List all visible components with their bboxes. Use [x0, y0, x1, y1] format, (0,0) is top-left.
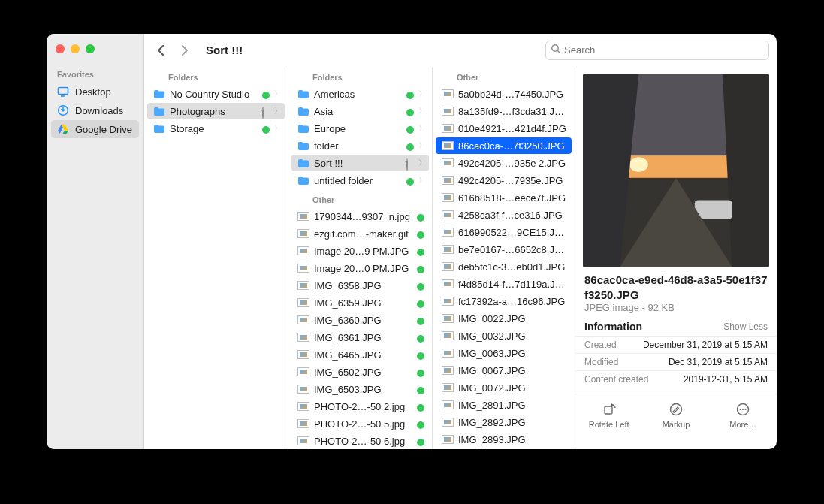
file-row[interactable]: IMG_6359.JPG: [291, 294, 429, 311]
svg-marker-4: [63, 131, 69, 134]
image-file-icon: [297, 435, 309, 447]
file-row[interactable]: PHOTO-2…-50 2.jpg: [291, 398, 429, 415]
file-row[interactable]: 010e4921-…421d4f.JPG: [436, 120, 572, 137]
image-file-icon: [442, 382, 454, 394]
file-row[interactable]: 4258ca3f-f…ce316.JPG: [436, 207, 572, 223]
file-row[interactable]: f4d85d14-f…7d119a.JPG: [436, 276, 572, 292]
action-more[interactable]: More…: [710, 394, 777, 436]
column-group-header: Other: [288, 189, 432, 207]
info-heading: Information: [584, 321, 642, 333]
preview-filename: 86cac0ca-e9ed-46d8-a3a5-50e1f37f3250.JPG: [575, 273, 777, 302]
file-row[interactable]: 616990522…9CE15.JPG: [436, 224, 572, 240]
search-field[interactable]: [545, 41, 769, 60]
svg-point-21: [742, 409, 744, 410]
file-row[interactable]: 86cac0ca-…7f3250.JPG: [436, 137, 572, 154]
file-row[interactable]: IMG_6358.JPG: [291, 277, 429, 294]
column-0[interactable]: FoldersNo Country Studio〉Photographs〉Sto…: [144, 67, 288, 449]
sidebar-item-downloads[interactable]: Downloads: [51, 101, 139, 119]
sidebar-item-google-drive[interactable]: Google Drive: [51, 120, 139, 138]
row-label: IMG_2891.JPG: [458, 400, 567, 411]
sidebar-item-desktop[interactable]: Desktop: [51, 83, 139, 101]
file-row[interactable]: IMG_6360.JPG: [291, 312, 429, 328]
image-file-icon: [442, 157, 454, 169]
file-row[interactable]: IMG_0072.JPG: [436, 379, 572, 396]
file-row[interactable]: 492c4205-…7935e.JPG: [436, 172, 572, 189]
back-button[interactable]: [152, 41, 170, 59]
file-row[interactable]: IMG_6502.JPG: [291, 364, 429, 380]
row-label: IMG_2893.JPG: [458, 434, 567, 445]
file-row[interactable]: 5a0bb24d-…74450.JPG: [436, 86, 572, 102]
sync-status-icon: [417, 230, 424, 237]
zoom-window-button[interactable]: [86, 44, 95, 53]
image-file-icon: [442, 433, 454, 445]
folder-row[interactable]: Storage〉: [147, 120, 285, 137]
folder-row[interactable]: Asia〉: [291, 103, 429, 119]
row-label: be7e0167-…6652c8.JPG: [458, 244, 567, 255]
file-row[interactable]: PHOTO-2…-50 5.jpg: [291, 415, 429, 432]
file-row[interactable]: be7e0167-…6652c8.JPG: [436, 241, 572, 258]
column-browser: FoldersNo Country Studio〉Photographs〉Sto…: [144, 67, 777, 449]
action-markup[interactable]: Markup: [642, 394, 709, 436]
image-file-icon: [442, 295, 454, 307]
action-rotate[interactable]: Rotate Left: [575, 394, 642, 436]
file-row[interactable]: IMG_2892.JPG: [436, 414, 572, 430]
window-controls: [47, 40, 143, 67]
folder-row[interactable]: untitled folder〉: [291, 172, 429, 189]
folder-row[interactable]: folder〉: [291, 137, 429, 154]
file-row[interactable]: ezgif.com…-maker.gif: [291, 225, 429, 242]
chevron-right-icon: 〉: [418, 89, 424, 99]
folder-row[interactable]: Americas〉: [291, 86, 429, 102]
sync-status-icon: [417, 299, 424, 306]
image-file-icon: [297, 297, 309, 309]
svg-point-18: [670, 404, 681, 415]
image-file-icon: [442, 122, 454, 134]
file-row[interactable]: IMG_0067.JPG: [436, 362, 572, 379]
file-row[interactable]: IMG_2891.JPG: [436, 397, 572, 413]
sync-status-icon: [417, 437, 424, 445]
file-row[interactable]: PHOTO-2…-50 6.jpg: [291, 433, 429, 449]
folder-row[interactable]: Sort !!!〉: [291, 155, 429, 171]
file-row[interactable]: IMG_2895.JPG: [436, 448, 572, 449]
more-icon: [735, 402, 750, 417]
file-row[interactable]: Image 20…9 PM.JPG: [291, 243, 429, 259]
forward-button[interactable]: [176, 41, 194, 59]
file-row[interactable]: IMG_0032.JPG: [436, 327, 572, 344]
file-row[interactable]: IMG_2893.JPG: [436, 431, 572, 448]
file-row[interactable]: IMG_6361.JPG: [291, 329, 429, 346]
file-row[interactable]: fc17392a-a…16c96.JPG: [436, 293, 572, 309]
folder-row[interactable]: No Country Studio〉: [147, 86, 285, 102]
column-group-header: Other: [433, 67, 575, 85]
row-label: Sort !!!: [314, 158, 402, 169]
file-row[interactable]: 1790344…9307_n.jpg: [291, 208, 429, 225]
file-row[interactable]: deb5fc1c-3…eb0d1.JPG: [436, 258, 572, 275]
sync-status-icon: [417, 420, 424, 427]
minimize-window-button[interactable]: [71, 44, 80, 53]
file-row[interactable]: IMG_0022.JPG: [436, 310, 572, 327]
file-row[interactable]: IMG_0063.JPG: [436, 345, 572, 361]
close-window-button[interactable]: [56, 44, 65, 53]
file-row[interactable]: IMG_6503.JPG: [291, 381, 429, 397]
column-1[interactable]: FoldersAmericas〉Asia〉Europe〉folder〉Sort …: [288, 67, 433, 449]
folder-row[interactable]: Photographs〉: [147, 103, 285, 119]
folder-row[interactable]: Europe〉: [291, 120, 429, 137]
search-input[interactable]: [564, 44, 764, 56]
row-label: 5a0bb24d-…74450.JPG: [458, 89, 567, 100]
file-row[interactable]: 492c4205-…935e 2.JPG: [436, 155, 572, 171]
row-label: IMG_0022.JPG: [458, 313, 567, 324]
column-2[interactable]: Other5a0bb24d-…74450.JPG8a135fd9-…f3cda3…: [433, 67, 575, 449]
sync-status-icon: [417, 316, 424, 324]
image-file-icon: [297, 228, 309, 240]
sync-status-icon: [406, 125, 414, 132]
file-row[interactable]: 8a135fd9-…f3cda31.JPG: [436, 103, 572, 119]
file-row[interactable]: IMG_6465.JPG: [291, 346, 429, 363]
image-file-icon: [442, 174, 454, 186]
info-key: Content created: [584, 374, 648, 385]
row-label: untitled folder: [314, 175, 402, 186]
file-row[interactable]: 616b8518-…eece7f.JPG: [436, 189, 572, 206]
sync-status-icon: [406, 107, 414, 115]
row-label: PHOTO-2…-50 5.jpg: [314, 418, 412, 430]
sync-status-icon: [406, 142, 414, 149]
svg-point-22: [745, 409, 747, 410]
show-less-button[interactable]: Show Less: [723, 321, 768, 332]
file-row[interactable]: Image 20…0 PM.JPG: [291, 260, 429, 276]
